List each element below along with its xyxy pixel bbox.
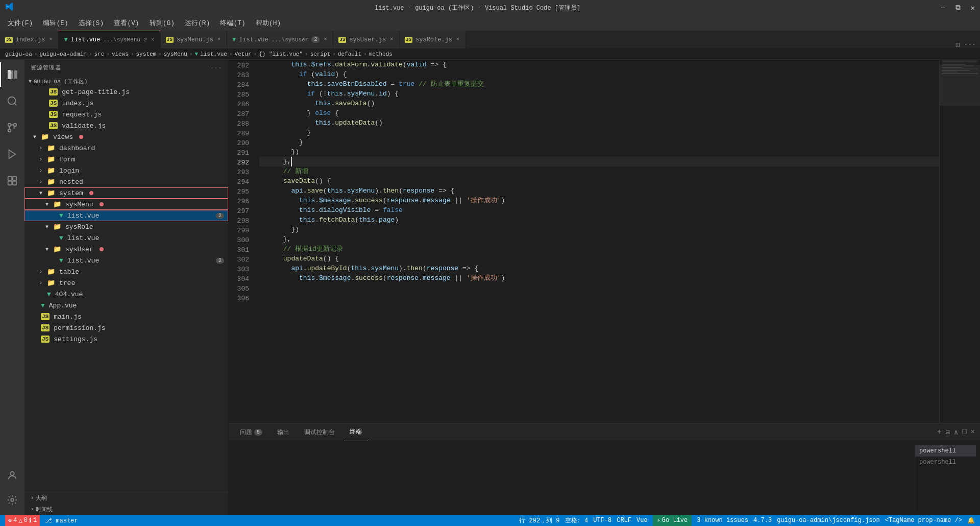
terminal-output[interactable] <box>233 445 915 511</box>
split-editor-button[interactable]: ◫ <box>956 40 960 49</box>
minimize-button[interactable]: — <box>941 4 945 12</box>
status-errors[interactable]: ⊗ 4 △ 0 ℹ 1 <box>5 515 40 526</box>
tab-sysrole-js[interactable]: JS sysRole.js × <box>400 31 466 49</box>
panel-tab-output[interactable]: 输出 <box>271 423 296 441</box>
folder-views[interactable]: ▼ 📁 views <box>24 131 228 142</box>
menu-goto[interactable]: 转到(G) <box>144 15 180 31</box>
menu-file[interactable]: 文件(F) <box>3 15 38 31</box>
tab-sysmenu-js[interactable]: JS sysMenu.js × <box>161 31 227 49</box>
menu-terminal[interactable]: 终端(T) <box>215 15 250 31</box>
explorer-icon[interactable] <box>0 62 24 87</box>
code-editor[interactable]: 282 283 284 285 286 287 288 289 290 291 … <box>229 60 980 423</box>
tab-sysuser-js[interactable]: JS sysUser.js × <box>333 31 400 49</box>
file-app-vue[interactable]: ▼ App.vue <box>24 300 228 311</box>
sidebar-more-button[interactable]: ··· <box>210 65 222 71</box>
go-live-button[interactable]: ⚡ Go Live <box>653 515 692 526</box>
outline-section[interactable]: › 大纲 <box>24 492 228 504</box>
file-404-vue[interactable]: ▼ 404.vue <box>24 289 228 300</box>
file-permission-js[interactable]: JS permission.js <box>24 322 228 333</box>
folder-dashboard[interactable]: › 📁 dashboard <box>24 142 228 154</box>
tab-close-button[interactable]: × <box>48 36 53 43</box>
tab-close-button[interactable]: × <box>455 36 460 43</box>
close-panel-button[interactable]: × <box>971 428 975 436</box>
git-branch[interactable]: ⎇ master <box>45 517 78 524</box>
breadcrumb-item[interactable]: guigu-oa-admin <box>39 51 86 57</box>
notifications[interactable]: 🔔 <box>967 517 975 524</box>
workspace-header[interactable]: ▼ GUIGU-OA (工作区) <box>24 76 228 86</box>
accounts-icon[interactable] <box>0 463 24 488</box>
folder-tree[interactable]: › 📁 tree <box>24 277 228 289</box>
breadcrumb-item[interactable]: script <box>310 51 331 57</box>
folder-system[interactable]: ▼ 📁 system <box>24 187 228 199</box>
split-terminal-button[interactable]: ⊟ <box>945 428 949 437</box>
settings-icon[interactable] <box>0 488 24 512</box>
version[interactable]: 4.7.3 <box>753 517 772 524</box>
code-line: this.saveBtnDisabled = true // 防止表单重复提交 <box>259 79 939 89</box>
breadcrumb-item[interactable]: views <box>112 51 129 57</box>
file-settings-js[interactable]: JS settings.js <box>24 333 228 345</box>
tag-name[interactable]: <TagName prop-name /> <box>885 517 962 524</box>
folder-sysuser[interactable]: ▼ 📁 sysUser <box>24 244 228 255</box>
menu-edit[interactable]: 编辑(E) <box>38 15 73 31</box>
code-content[interactable]: this.$refs.dataForm.validate(valid => { … <box>254 60 939 423</box>
file-index-js[interactable]: JS index.js <box>24 98 228 109</box>
tab-close-button[interactable]: × <box>389 36 394 43</box>
menu-run[interactable]: 运行(R) <box>180 15 215 31</box>
terminal-item[interactable]: powershell <box>915 457 976 468</box>
breadcrumb-item[interactable]: list.vue <box>200 51 227 57</box>
tab-close-button[interactable]: × <box>150 37 155 43</box>
folder-nested[interactable]: › 📁 nested <box>24 176 228 187</box>
tab-close-button[interactable]: × <box>323 36 328 43</box>
folder-sysmenu[interactable]: ▼ 📁 sysMenu <box>24 199 228 210</box>
breadcrumb-item[interactable]: guigu-oa <box>5 51 32 57</box>
close-button[interactable]: ✕ <box>971 4 975 12</box>
extensions-icon[interactable] <box>0 169 24 193</box>
collapse-panel-button[interactable]: ∧ <box>954 428 958 437</box>
folder-login[interactable]: › 📁 login <box>24 165 228 176</box>
cursor-position[interactable]: 行 292，列 9 <box>519 516 559 525</box>
timeline-section[interactable]: › 时间线 <box>24 504 228 515</box>
tab-index-js[interactable]: JS index.js × <box>0 31 59 49</box>
line-ending[interactable]: CRLF <box>617 517 631 524</box>
language-mode[interactable]: Vue <box>636 517 648 524</box>
panel-tab-terminal[interactable]: 终端 <box>344 423 368 441</box>
breadcrumb-item[interactable]: sysMenu <box>164 51 187 57</box>
tab-list-vue-sysuser[interactable]: ▼ list.vue ...\sysUser 2 × <box>227 31 333 49</box>
tab-list-vue-sysmenu[interactable]: ▼ list.vue ...\sysMenu 2 × <box>59 31 161 49</box>
breadcrumb-item[interactable]: methods <box>369 51 393 57</box>
search-icon[interactable] <box>0 89 24 113</box>
jsconfig-path[interactable]: guigu-oa-admin\jsconfig.json <box>777 517 880 524</box>
restore-button[interactable]: ⧉ <box>955 4 961 12</box>
breadcrumb-item[interactable]: {} "list.vue" <box>259 51 303 57</box>
file-request-js[interactable]: JS request.js <box>24 109 228 120</box>
breadcrumb-item[interactable]: src <box>94 51 104 57</box>
source-control-icon[interactable] <box>0 115 24 140</box>
known-issues[interactable]: 3 known issues <box>697 517 748 524</box>
new-terminal-button[interactable]: + <box>937 428 941 436</box>
file-main-js[interactable]: JS main.js <box>24 311 228 322</box>
file-validate-js[interactable]: JS validate.js <box>24 120 228 131</box>
encoding[interactable]: UTF-8 <box>593 517 611 524</box>
file-get-page-title[interactable]: JS get-page-title.js <box>24 86 228 98</box>
file-list-vue-sysmenu[interactable]: ▼ list.vue 2 <box>24 210 228 221</box>
folder-sysrole[interactable]: ▼ 📁 sysRole <box>24 221 228 232</box>
go-live-label: Go Live <box>662 517 688 524</box>
more-button[interactable]: ··· <box>964 41 976 49</box>
terminal-item[interactable]: powershell <box>915 445 976 457</box>
folder-form[interactable]: › 📁 form <box>24 154 228 165</box>
folder-table[interactable]: › 📁 table <box>24 266 228 277</box>
panel-tab-problems[interactable]: 问题 5 <box>234 423 268 441</box>
file-list-vue-sysuser[interactable]: ▼ list.vue 2 <box>24 255 228 266</box>
file-list-vue-sysrole[interactable]: ▼ list.vue <box>24 232 228 244</box>
debug-icon[interactable] <box>0 142 24 166</box>
tab-close-button[interactable]: × <box>216 36 222 43</box>
breadcrumb-item[interactable]: default <box>338 51 361 57</box>
menu-view[interactable]: 查看(V) <box>109 15 144 31</box>
panel-tab-debug-console[interactable]: 调试控制台 <box>298 423 341 441</box>
indentation[interactable]: 空格: 4 <box>565 516 589 525</box>
menu-help[interactable]: 帮助(H) <box>251 15 286 31</box>
breadcrumb-item[interactable]: system <box>136 51 157 57</box>
menu-select[interactable]: 选择(S) <box>74 15 109 31</box>
maximize-panel-button[interactable]: □ <box>962 428 966 436</box>
breadcrumb-item[interactable]: Vetur <box>235 51 252 57</box>
